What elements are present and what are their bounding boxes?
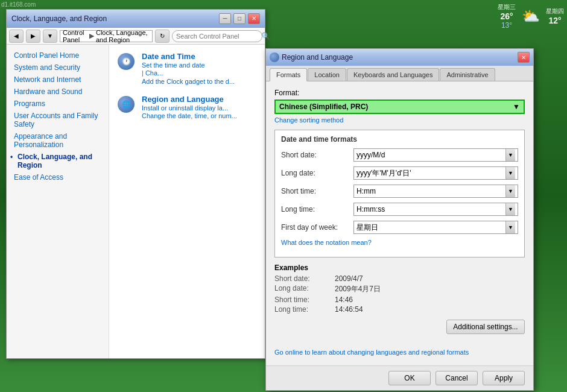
maximize-button[interactable]: □ [233,13,245,24]
dialog-titlebar: Region and Language ✕ [266,49,533,66]
short-time-label: Short time: [281,187,353,195]
format-label: Format: [274,89,299,97]
example-row-long-date: Long date: 2009年4月7日 [274,284,525,294]
dialog-footer-link-row: Go online to learn about changing langua… [266,346,533,365]
tab-administrative[interactable]: Administrative [440,68,495,81]
cp-main: 🕐 Date and Time Set the time and date | … [109,45,265,358]
notation-link[interactable]: What does the notation mean? [281,239,518,246]
first-day-arrow: ▼ [505,221,515,233]
long-date-arrow: ▼ [505,167,515,179]
cp-addressbar: ◀ ▶ ▼ Control Panel ▶ Clock, Language, a… [7,28,265,45]
sidebar-item-users[interactable]: User Accounts and Family Safety [7,110,109,130]
sidebar-item-ease[interactable]: Ease of Access [7,171,109,183]
groupbox-title: Date and time formats [281,135,518,144]
long-date-select[interactable]: yyyy'年'M'月'd'日' ▼ [353,166,518,180]
weather-day2-label: 星期四 [546,7,564,16]
long-time-value: H:mm:ss [356,205,505,213]
forward-button[interactable]: ▶ [26,30,40,43]
format-label-row: Format: [274,89,525,97]
sidebar-item-hardware[interactable]: Hardware and Sound [7,86,109,98]
weather-day1: 星期三 26° 13° [498,3,516,30]
short-date-select[interactable]: yyyy/M/d ▼ [353,148,518,162]
back-button[interactable]: ◀ [9,30,24,43]
short-time-value: H:mm [356,187,505,195]
long-date-label: Long date: [281,169,353,177]
long-time-select[interactable]: H:mm:ss ▼ [353,203,518,216]
region-language-dialog: Region and Language ✕ Formats Location K… [265,48,534,391]
refresh-button[interactable]: ↻ [155,30,169,43]
short-time-select[interactable]: H:mm ▼ [353,185,518,198]
close-button[interactable]: ✕ [248,13,260,24]
set-time-link[interactable]: Set the time and date [142,62,235,69]
dialog-close-button[interactable]: ✕ [518,52,530,63]
dialog-title: Region and Language [282,53,515,62]
address-arrow-0: ▶ [89,32,94,40]
weather-widget: 星期三 26° 13° ⛅ 星期四 12° [498,3,564,30]
sidebar-item-programs[interactable]: Programs [7,98,109,110]
weather-day1-lo: 13° [498,21,516,30]
format-dropdown-arrow: ▼ [513,103,520,111]
address-part-0: Control Panel [63,29,87,43]
watermark: d1.it168.com [1,1,36,8]
sidebar-item-home[interactable]: Control Panel Home [7,49,109,62]
date-time-content: Date and Time Set the time and date | Ch… [142,52,235,85]
ok-button[interactable]: OK [388,371,431,385]
sidebar-item-system[interactable]: System and Security [7,62,109,74]
weather-cloud-icon: ⛅ [519,4,543,28]
date-time-icon: 🕐 [116,52,136,71]
cp-sidebar: Control Panel Home System and Security N… [7,45,109,358]
region-title[interactable]: Region and Language [142,95,237,104]
weather-day2-hi: 12° [546,16,564,25]
recent-pages-button[interactable]: ▼ [43,30,57,43]
ex-long-time-label: Long time: [274,305,323,314]
apply-button[interactable]: Apply [483,371,525,385]
install-lang-link[interactable]: Install or uninstall display la... [142,104,237,112]
first-day-select[interactable]: 星期日 ▼ [353,221,518,234]
change-clock-link[interactable]: Cha... [145,69,163,77]
sidebar-item-appearance[interactable]: Appearance andPersonalization [7,130,109,151]
tab-formats[interactable]: Formats [270,68,307,81]
cp-title: Clock, Language, and Region [11,14,217,23]
search-icon: 🔍 [261,32,270,40]
sidebar-item-clock[interactable]: Clock, Language, and Region [7,151,109,171]
first-day-row: First day of week: 星期日 ▼ [281,221,518,234]
minimize-button[interactable]: ─ [219,13,231,24]
tab-location[interactable]: Location [308,68,346,81]
clock-graphic: 🕐 [118,53,135,70]
long-date-row: Long date: yyyy'年'M'月'd'日' ▼ [281,166,518,180]
additional-settings-button[interactable]: Additional settings... [446,320,525,334]
short-time-row: Short time: H:mm ▼ [281,185,518,198]
date-time-title[interactable]: Date and Time [142,52,235,61]
change-format-link[interactable]: Change the date, time, or num... [142,112,237,119]
dialog-body: Format: Chinese (Simplified, PRC) ▼ Chan… [266,81,533,346]
add-gadget-link[interactable]: Add the Clock gadget to the d... [142,78,235,85]
long-date-value: yyyy'年'M'月'd'日' [356,168,505,179]
tab-keyboards[interactable]: Keyboards and Languages [347,68,440,81]
ex-long-date-value: 2009年4月7日 [335,284,381,294]
search-box[interactable]: 🔍 [172,30,262,42]
cancel-button[interactable]: Cancel [436,371,478,385]
online-help-link[interactable]: Go online to learn about changing langua… [274,349,525,356]
short-date-value: yyyy/M/d [356,151,505,159]
address-path[interactable]: Control Panel ▶ Clock, Language, and Reg… [60,30,153,42]
sidebar-item-network[interactable]: Network and Internet [7,74,109,86]
dialog-title-icon [270,52,279,62]
address-part-1: Clock, Language, and Region [96,29,150,43]
examples-title: Examples [274,264,525,272]
format-value: Chinese (Simplified, PRC) [279,103,513,111]
short-time-arrow: ▼ [505,185,515,197]
weather-day2: 星期四 12° [546,7,564,25]
region-content: Region and Language Install or uninstall… [142,95,237,119]
format-dropdown[interactable]: Chinese (Simplified, PRC) ▼ [274,100,525,114]
ex-long-time-value: 14:46:54 [335,305,363,314]
cp-titlebar: Clock, Language, and Region ─ □ ✕ [7,10,265,28]
example-row-short-date: Short date: 2009/4/7 [274,274,525,283]
search-input[interactable] [176,33,259,40]
ex-short-date-value: 2009/4/7 [335,274,363,283]
examples-section: Examples Short date: 2009/4/7 Long date:… [274,264,525,314]
date-time-formats-group: Date and time formats Short date: yyyy/M… [274,130,525,258]
dialog-tabs: Formats Location Keyboards and Languages… [266,66,533,81]
region-graphic: 🌐 [118,96,135,113]
date-time-section: 🕐 Date and Time Set the time and date | … [116,52,258,85]
change-sorting-link[interactable]: Change sorting method [274,116,525,124]
